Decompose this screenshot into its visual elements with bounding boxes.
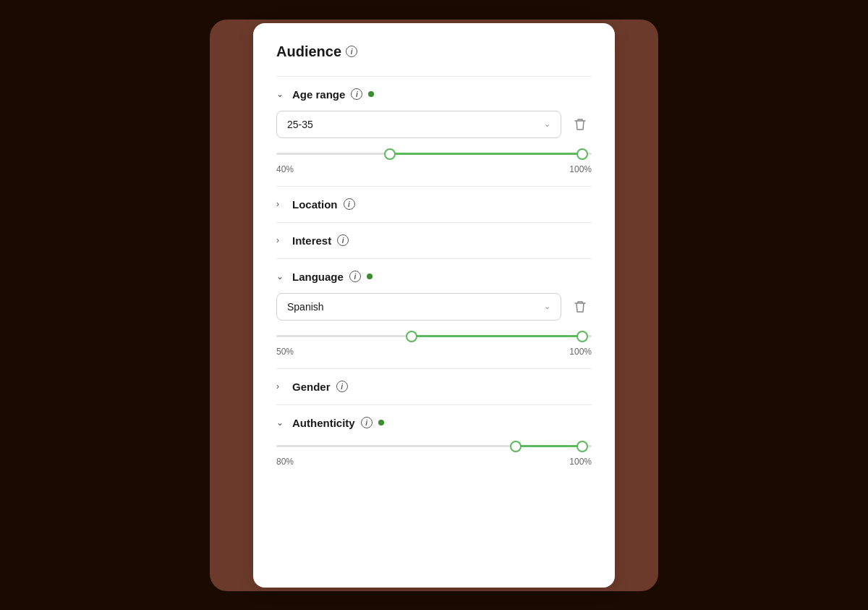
age-range-header[interactable]: ⌄ Age range i — [276, 88, 592, 101]
authenticity-header[interactable]: ⌄ Authenticity i — [276, 417, 592, 429]
location-info-icon[interactable]: i — [344, 198, 355, 210]
age-range-min-label: 40% — [276, 164, 294, 174]
language-max-label: 100% — [569, 347, 592, 357]
audience-info-icon[interactable]: i — [346, 46, 357, 57]
authenticity-thumb-right[interactable] — [576, 441, 588, 452]
age-range-thumb-right[interactable] — [576, 148, 588, 160]
language-chevron: ⌄ — [276, 271, 286, 281]
authenticity-slider[interactable]: 80% 100% — [276, 439, 592, 467]
authenticity-thumb-left[interactable] — [510, 441, 522, 452]
interest-chevron: › — [276, 235, 286, 245]
authenticity-section: ⌄ Authenticity i 80% 100% — [276, 404, 592, 478]
interest-label: Interest — [292, 234, 331, 247]
gender-section: › Gender i — [276, 368, 592, 404]
language-thumb-left[interactable] — [406, 331, 417, 342]
authenticity-indicator — [378, 420, 384, 425]
authenticity-slider-labels: 80% 100% — [276, 457, 592, 467]
age-range-delete-button[interactable] — [569, 113, 592, 136]
language-min-label: 50% — [276, 347, 294, 357]
language-section: ⌄ Language i Spanish ⌄ — [276, 258, 592, 368]
language-label: Language — [292, 271, 344, 283]
language-slider[interactable]: 50% 100% — [276, 329, 592, 357]
age-range-chevron-down-icon: ⌄ — [544, 119, 550, 129]
authenticity-max-label: 100% — [569, 457, 592, 467]
location-label: Location — [292, 198, 338, 211]
language-content: Spanish ⌄ — [276, 293, 592, 357]
panel-title-text: Audience — [276, 43, 341, 60]
age-range-thumb-left[interactable] — [384, 148, 396, 160]
age-range-select-value: 25-35 — [287, 119, 313, 130]
age-range-slider[interactable]: 40% 100% — [276, 147, 592, 174]
background-card: Audience i ⌄ Age range i 25-35 ⌄ — [210, 20, 658, 591]
authenticity-min-label: 80% — [276, 457, 294, 467]
language-thumb-right[interactable] — [576, 331, 588, 342]
language-select-value: Spanish — [287, 301, 324, 313]
age-range-chevron: ⌄ — [276, 89, 286, 99]
age-range-label: Age range — [292, 88, 345, 101]
authenticity-chevron: ⌄ — [276, 418, 286, 428]
authenticity-content: 80% 100% — [276, 439, 592, 467]
location-chevron: › — [276, 199, 286, 209]
language-track-fill — [412, 335, 582, 337]
age-range-max-label: 100% — [569, 164, 592, 174]
panel-title: Audience i — [276, 43, 592, 60]
language-slider-labels: 50% 100% — [276, 347, 592, 357]
age-range-select-row: 25-35 ⌄ — [276, 111, 592, 138]
audience-panel: Audience i ⌄ Age range i 25-35 ⌄ — [253, 23, 615, 588]
authenticity-label: Authenticity — [292, 417, 355, 429]
age-range-slider-labels: 40% 100% — [276, 164, 592, 174]
gender-chevron: › — [276, 381, 286, 391]
language-header[interactable]: ⌄ Language i — [276, 271, 592, 283]
age-range-info-icon[interactable]: i — [351, 88, 362, 100]
language-info-icon[interactable]: i — [349, 271, 361, 282]
gender-label: Gender — [292, 381, 331, 393]
gender-info-icon[interactable]: i — [336, 381, 348, 392]
language-indicator — [367, 274, 373, 279]
authenticity-track-fill — [516, 445, 582, 447]
age-range-section: ⌄ Age range i 25-35 ⌄ — [276, 76, 592, 186]
interest-header[interactable]: › Interest i — [276, 234, 592, 247]
language-select[interactable]: Spanish ⌄ — [276, 293, 561, 321]
age-range-content: 25-35 ⌄ — [276, 111, 592, 174]
location-section: › Location i — [276, 186, 592, 222]
authenticity-info-icon[interactable]: i — [361, 417, 373, 428]
interest-section: › Interest i — [276, 222, 592, 258]
language-chevron-down-icon: ⌄ — [544, 302, 550, 311]
language-select-row: Spanish ⌄ — [276, 293, 592, 321]
age-range-select[interactable]: 25-35 ⌄ — [276, 111, 561, 138]
age-range-track-fill — [390, 153, 582, 155]
language-delete-button[interactable] — [569, 295, 592, 318]
location-header[interactable]: › Location i — [276, 198, 592, 211]
interest-info-icon[interactable]: i — [337, 234, 349, 246]
gender-header[interactable]: › Gender i — [276, 381, 592, 393]
age-range-indicator — [368, 91, 374, 97]
